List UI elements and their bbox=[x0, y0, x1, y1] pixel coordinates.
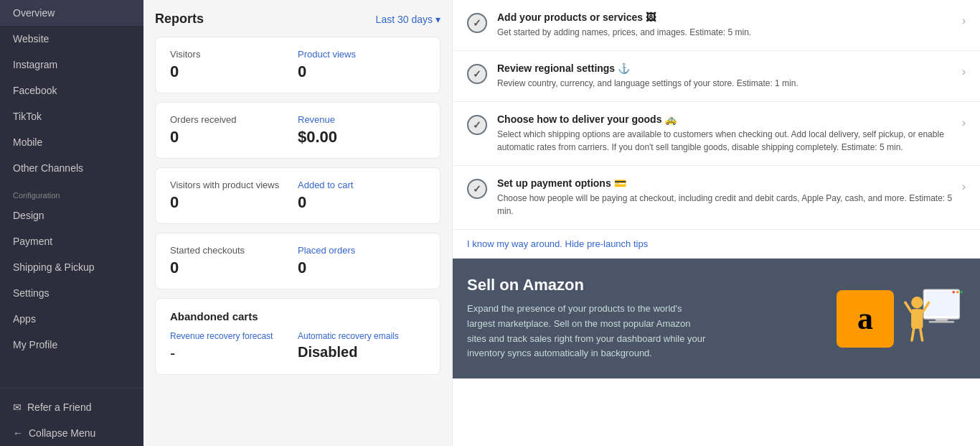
hide-pre-launch-link[interactable]: I know my way around. Hide pre-launch ti… bbox=[453, 230, 980, 259]
stat-label-0-0: Visitors bbox=[170, 49, 298, 60]
check-circle-1: ✓ bbox=[467, 64, 487, 84]
collapse-menu-icon: ← bbox=[13, 427, 23, 439]
abandoned-label-0: Revenue recovery forecast bbox=[170, 331, 298, 341]
sidebar-item-website[interactable]: Website bbox=[0, 26, 143, 52]
stat-value-1-1: $0.00 bbox=[298, 128, 425, 147]
amazon-figure bbox=[901, 283, 966, 355]
checklist-desc-2: Select which shipping options are availa… bbox=[497, 128, 955, 154]
checklist-content-2: Choose how to deliver your goods 🚕Select… bbox=[497, 113, 955, 154]
stat-label-1-0: Orders received bbox=[170, 114, 298, 125]
sidebar-item-settings[interactable]: Settings bbox=[0, 280, 143, 306]
stat-value-2-0: 0 bbox=[170, 193, 298, 212]
check-circle-3: ✓ bbox=[467, 179, 487, 199]
amazon-title: Sell on Amazon bbox=[467, 276, 837, 294]
checklist-desc-0: Get started by adding names, prices, and… bbox=[497, 26, 955, 39]
svg-point-12 bbox=[960, 291, 963, 294]
reports-filter-label: Last 30 days bbox=[376, 14, 433, 25]
stat-item-3-1: Placed orders0 bbox=[298, 245, 425, 277]
checklist-title-0: Add your products or services 🖼 bbox=[497, 11, 955, 23]
sidebar: OverviewWebsiteInstagramFacebookTikTokMo… bbox=[0, 0, 143, 446]
checklist-title-2: Choose how to deliver your goods 🚕 bbox=[497, 113, 955, 125]
checklist-item-2[interactable]: ✓Choose how to deliver your goods 🚕Selec… bbox=[453, 102, 980, 166]
chevron-right-icon-0: › bbox=[962, 14, 966, 27]
abandoned-carts-card: Abandoned cartsRevenue recovery forecast… bbox=[155, 298, 440, 375]
reports-header: Reports Last 30 days ▾ bbox=[155, 11, 440, 27]
abandoned-value-0: - bbox=[170, 344, 298, 363]
amazon-graphic: a bbox=[837, 283, 966, 355]
checklist-title-1: Review regional settings ⚓ bbox=[497, 62, 955, 74]
stat-value-3-0: 0 bbox=[170, 259, 298, 277]
chevron-right-icon-3: › bbox=[962, 180, 966, 193]
stat-card-2: Visitors with product views0Added to car… bbox=[155, 167, 440, 224]
stat-item-0-0: Visitors0 bbox=[170, 49, 298, 81]
checklist-item-0[interactable]: ✓Add your products or services 🖼Get star… bbox=[453, 0, 980, 51]
stat-item-2-0: Visitors with product views0 bbox=[170, 180, 298, 212]
checklist-estimate-1: Estimate: 1 min. bbox=[737, 78, 798, 88]
sidebar-item-apps[interactable]: Apps bbox=[0, 306, 143, 332]
sidebar-item-facebook[interactable]: Facebook bbox=[0, 78, 143, 103]
sidebar-item-payment[interactable]: Payment bbox=[0, 228, 143, 254]
main-content: Reports Last 30 days ▾ Visitors0Product … bbox=[143, 0, 980, 446]
refer-friend-label: Refer a Friend bbox=[27, 401, 91, 413]
checklist-estimate-3: Estimate: 5 min. bbox=[497, 193, 952, 216]
sidebar-item-other-channels[interactable]: Other Channels bbox=[0, 155, 143, 181]
checklist-item-1[interactable]: ✓Review regional settings ⚓Review countr… bbox=[453, 51, 980, 102]
amazon-logo-box: a bbox=[837, 290, 894, 348]
amazon-banner: Sell on Amazon Expand the presence of yo… bbox=[453, 259, 980, 378]
refer-friend-icon: ✉ bbox=[13, 401, 22, 413]
stat-item-2-1: Added to cart0 bbox=[298, 180, 425, 212]
stat-value-0-0: 0 bbox=[170, 62, 298, 81]
reports-title: Reports bbox=[155, 11, 204, 27]
sidebar-bottom-collapse-menu[interactable]: ←Collapse Menu bbox=[0, 420, 143, 446]
check-mark-3: ✓ bbox=[473, 183, 481, 195]
sidebar-bottom-refer-friend[interactable]: ✉Refer a Friend bbox=[0, 394, 143, 420]
svg-point-2 bbox=[911, 297, 923, 308]
stat-label-2-0: Visitors with product views bbox=[170, 180, 298, 190]
stat-label-0-1: Product views bbox=[298, 49, 425, 60]
chevron-down-icon: ▾ bbox=[435, 14, 440, 25]
svg-point-11 bbox=[956, 291, 959, 294]
right-panel: ✓Add your products or services 🖼Get star… bbox=[452, 0, 980, 446]
sidebar-item-overview[interactable]: Overview bbox=[0, 0, 143, 26]
reports-filter-button[interactable]: Last 30 days ▾ bbox=[376, 14, 440, 25]
svg-line-4 bbox=[905, 302, 911, 312]
check-mark-2: ✓ bbox=[473, 119, 481, 131]
checklist-desc-3: Choose how people will be paying at chec… bbox=[497, 192, 955, 218]
check-mark-0: ✓ bbox=[473, 17, 481, 29]
sidebar-item-tiktok[interactable]: TikTok bbox=[0, 103, 143, 129]
amazon-text: Sell on Amazon Expand the presence of yo… bbox=[467, 276, 837, 361]
chevron-right-icon-2: › bbox=[962, 116, 966, 129]
stat-label-1-1: Revenue bbox=[298, 114, 425, 125]
abandoned-label-1: Automatic recovery emails bbox=[298, 331, 425, 341]
sidebar-item-design[interactable]: Design bbox=[0, 203, 143, 228]
stat-label-3-1: Placed orders bbox=[298, 245, 425, 256]
stat-item-1-1: Revenue$0.00 bbox=[298, 114, 425, 147]
checklist-content-0: Add your products or services 🖼Get start… bbox=[497, 11, 955, 39]
stat-item-0-1: Product views0 bbox=[298, 49, 425, 81]
check-mark-1: ✓ bbox=[473, 68, 481, 80]
stat-card-3: Started checkouts0Placed orders0 bbox=[155, 233, 440, 289]
config-section-label: Configuration bbox=[0, 181, 143, 203]
stat-value-3-1: 0 bbox=[298, 259, 425, 277]
stat-card-0: Visitors0Product views0 bbox=[155, 37, 440, 93]
abandoned-title: Abandoned carts bbox=[170, 310, 425, 322]
check-circle-2: ✓ bbox=[467, 115, 487, 135]
checklist-estimate-2: Estimate: 5 min. bbox=[842, 142, 903, 152]
stat-item-3-0: Started checkouts0 bbox=[170, 245, 298, 277]
svg-line-7 bbox=[920, 328, 923, 340]
sidebar-item-my-profile[interactable]: My Profile bbox=[0, 332, 143, 358]
stat-label-2-1: Added to cart bbox=[298, 180, 425, 190]
checklist-title-3: Set up payment options 💳 bbox=[497, 177, 955, 189]
svg-rect-1 bbox=[925, 291, 958, 316]
stat-value-2-1: 0 bbox=[298, 193, 425, 212]
sidebar-item-mobile[interactable]: Mobile bbox=[0, 129, 143, 155]
sidebar-item-instagram[interactable]: Instagram bbox=[0, 52, 143, 78]
checklist-item-3[interactable]: ✓Set up payment options 💳Choose how peop… bbox=[453, 166, 980, 230]
sidebar-item-shipping-pickup[interactable]: Shipping & Pickup bbox=[0, 254, 143, 280]
svg-line-6 bbox=[912, 328, 914, 340]
svg-rect-3 bbox=[911, 309, 923, 328]
stat-label-3-0: Started checkouts bbox=[170, 245, 298, 256]
stat-value-1-0: 0 bbox=[170, 128, 298, 147]
amazon-logo-letter: a bbox=[857, 300, 873, 337]
check-circle-0: ✓ bbox=[467, 13, 487, 33]
